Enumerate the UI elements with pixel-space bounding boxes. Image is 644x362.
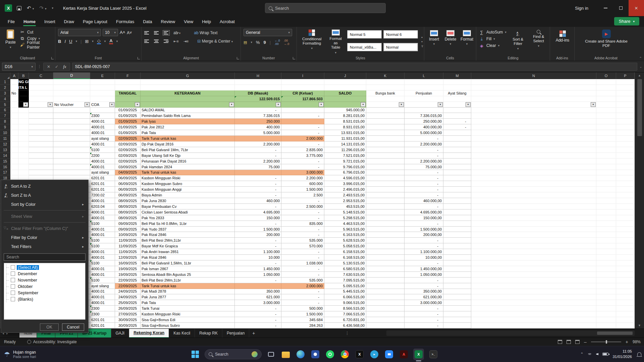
cell-O30[interactable] bbox=[596, 243, 616, 249]
cell-B14[interactable] bbox=[18, 153, 29, 159]
cell-M23[interactable] bbox=[443, 204, 471, 209]
cell-L31[interactable]: 1.100.000,00 bbox=[405, 249, 443, 255]
cell-M34[interactable] bbox=[443, 266, 471, 272]
cell-P1[interactable] bbox=[616, 79, 635, 85]
cell-N41[interactable] bbox=[471, 306, 596, 311]
cell-L34[interactable]: 1.450.000,00 bbox=[405, 266, 443, 272]
zoom-slider[interactable] bbox=[591, 342, 621, 342]
cell-B7[interactable] bbox=[18, 113, 29, 119]
cell-N40[interactable] bbox=[471, 300, 596, 306]
cell-E30[interactable]: 5100 bbox=[90, 243, 115, 249]
cell-M32[interactable] bbox=[443, 255, 471, 260]
cell-P27[interactable] bbox=[616, 227, 635, 232]
cell-D16[interactable] bbox=[53, 164, 90, 170]
cell-N21[interactable] bbox=[471, 192, 596, 198]
cell-K3[interactable]: Bunga bank bbox=[366, 90, 405, 96]
style-normalx6ba[interactable]: Normal_x6Ba... bbox=[347, 43, 382, 51]
cell-E14[interactable]: 2200 bbox=[90, 153, 115, 159]
cell-F34[interactable]: 19/09/2025 bbox=[115, 266, 141, 272]
cut-button[interactable]: ✂Cut bbox=[20, 29, 53, 35]
cell-G19[interactable]: Kasbon Mingguan Subro bbox=[141, 181, 235, 187]
cell-M16[interactable] bbox=[443, 164, 471, 170]
row-header-12[interactable]: 12 bbox=[0, 141, 10, 147]
terminal-icon[interactable]: >_ bbox=[428, 349, 439, 360]
horizontal-scroll-thumb[interactable] bbox=[597, 331, 633, 335]
cell-J13[interactable]: 11.296.015,00 bbox=[324, 147, 366, 153]
cell-P42[interactable] bbox=[616, 311, 635, 317]
cell-K2[interactable] bbox=[366, 85, 405, 90]
task-view-icon[interactable] bbox=[266, 349, 276, 360]
cell-I42[interactable]: 1.500.000 bbox=[281, 311, 324, 317]
cell-N26[interactable] bbox=[471, 221, 596, 227]
cell-H3[interactable]: DB (Masuk) bbox=[235, 90, 281, 96]
cell-E35[interactable]: 4000.01 bbox=[90, 272, 115, 278]
cell-N31[interactable] bbox=[471, 249, 596, 255]
cell-M29[interactable] bbox=[443, 238, 471, 243]
cell-P19[interactable] bbox=[616, 181, 635, 187]
cell-L9[interactable]: 400.000,00 bbox=[405, 124, 443, 130]
cell-L32[interactable]: 10.000,00 bbox=[405, 255, 443, 260]
cell-G39[interactable]: Pak Juna 2877 bbox=[141, 294, 235, 300]
filter-button[interactable]: ▾ bbox=[85, 102, 90, 107]
cell-M33[interactable] bbox=[443, 260, 471, 266]
checkbox[interactable] bbox=[11, 278, 15, 282]
cell-N24[interactable] bbox=[471, 209, 596, 215]
decrease-indent-icon[interactable]: ⇤≡ bbox=[173, 39, 179, 44]
cell-H23[interactable]: - bbox=[235, 204, 281, 209]
cell-J14[interactable]: 7.521.015,00 bbox=[324, 153, 366, 159]
cell-F24[interactable]: 08/09/2025 bbox=[115, 209, 141, 215]
conditional-formatting-button[interactable]: Conditional Formatting▾ bbox=[300, 29, 324, 55]
cell-L28[interactable]: 200.000,00 bbox=[405, 232, 443, 238]
photos-icon[interactable] bbox=[310, 349, 321, 360]
cell-K14[interactable] bbox=[366, 153, 405, 159]
cell-O5[interactable] bbox=[596, 102, 616, 108]
borders-icon[interactable]: ⊞ bbox=[85, 39, 89, 44]
column-header-G[interactable]: G bbox=[141, 72, 235, 79]
cell-O6[interactable] bbox=[596, 108, 616, 113]
cell-H6[interactable]: - bbox=[235, 108, 281, 113]
cell-K36[interactable] bbox=[366, 278, 405, 283]
cell-I15[interactable]: - bbox=[281, 159, 324, 164]
cell-I3[interactable]: CR (Keluar) bbox=[281, 90, 324, 96]
cell-P22[interactable] bbox=[616, 198, 635, 204]
cell-P2[interactable] bbox=[616, 85, 635, 90]
cell-D14[interactable] bbox=[53, 153, 90, 159]
cell-H7[interactable]: 7.336.015 bbox=[235, 113, 281, 119]
cell-L6[interactable] bbox=[405, 108, 443, 113]
percent-style-icon[interactable]: % bbox=[256, 40, 260, 45]
cell-P18[interactable] bbox=[616, 175, 635, 181]
cell-E17[interactable]: ayat silang bbox=[90, 170, 115, 176]
cell-I12[interactable]: - bbox=[281, 141, 324, 147]
cell-L36[interactable]: - bbox=[405, 278, 443, 283]
filter-button[interactable]: ▾ bbox=[48, 102, 53, 107]
filter-value-selectall[interactable]: (Select All) bbox=[4, 264, 85, 270]
cell-L4[interactable] bbox=[405, 96, 443, 102]
cell-O8[interactable] bbox=[596, 119, 616, 124]
cell-O33[interactable] bbox=[596, 260, 616, 266]
cell-O25[interactable] bbox=[596, 215, 616, 221]
cell-N29[interactable] bbox=[471, 238, 596, 243]
start-button[interactable] bbox=[190, 349, 201, 360]
edge-icon[interactable] bbox=[295, 349, 306, 360]
cell-M12[interactable] bbox=[443, 141, 471, 147]
cell-K32[interactable] bbox=[366, 255, 405, 260]
cell-N9[interactable] bbox=[471, 124, 596, 130]
alignment-dialog-launcher[interactable] bbox=[237, 57, 239, 59]
cell-O13[interactable] bbox=[596, 147, 616, 153]
cell-I40[interactable]: - bbox=[281, 300, 324, 306]
cell-G37[interactable]: Tarik Tunai untuk kas bbox=[141, 283, 235, 289]
cell-L40[interactable]: 3.000.000,00 bbox=[405, 300, 443, 306]
cell-L38[interactable]: 350.000,00 bbox=[405, 289, 443, 295]
cell-P28[interactable] bbox=[616, 232, 635, 238]
cell-B15[interactable] bbox=[18, 159, 29, 164]
cell-H10[interactable]: 5.000.000 bbox=[235, 130, 281, 136]
cell-H37[interactable] bbox=[235, 283, 281, 289]
cell-P6[interactable] bbox=[616, 108, 635, 113]
cell-L30[interactable]: - bbox=[405, 243, 443, 249]
cell-G25[interactable]: Pak Yos 2833 bbox=[141, 215, 235, 221]
cell-F25[interactable]: 08/09/2025 bbox=[115, 215, 141, 221]
cell-E3[interactable] bbox=[90, 90, 115, 96]
cell-F17[interactable]: 04/09/2025 bbox=[115, 170, 141, 176]
page-break-view-icon[interactable] bbox=[575, 340, 580, 344]
cell-M36[interactable] bbox=[443, 278, 471, 283]
